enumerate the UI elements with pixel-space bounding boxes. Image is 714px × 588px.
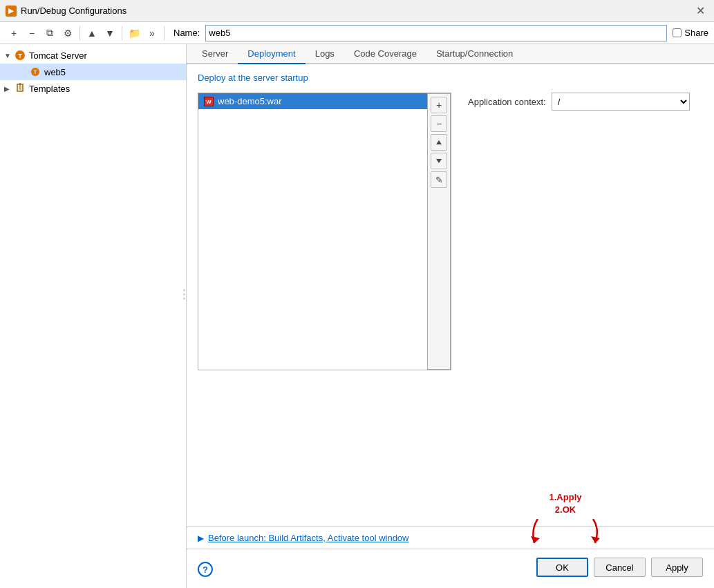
tree-item-web5[interactable]: T web5 [0,64,186,80]
tab-content-deployment: Deploy at the server startup W web- [187,64,714,527]
help-button[interactable]: ? [198,562,213,577]
before-launch-section: ▶ Before launch: Build Artifacts, Activa… [187,527,714,549]
svg-text:W: W [206,99,212,105]
deploy-list: W web-demo5:war [198,93,427,370]
list-remove-button[interactable]: − [431,115,447,132]
before-launch-arrow[interactable]: ▶ [198,533,204,543]
remove-config-button[interactable]: − [24,25,40,41]
main-content: ▼ T Tomcat Server T web5 ▶ [0,44,714,588]
bottom-bar: 1.Apply2.OK ? OK Cancel Apply [187,549,714,588]
title-bar-left: ▶ Run/Debug Configurations [6,6,126,17]
toolbar-separator-3 [164,26,165,40]
config-name-input[interactable] [205,25,667,41]
templates-expand-arrow: ▶ [4,85,14,93]
svg-text:T: T [34,70,37,75]
deploy-item-label: web-demo5:war [218,96,282,106]
tomcat-server-label: Tomcat Server [29,50,87,61]
left-panel: ▼ T Tomcat Server T web5 ▶ [0,44,187,588]
app-context-label: Application context: [468,97,546,107]
deploy-item-web-demo5[interactable]: W web-demo5:war [198,93,427,109]
apply-button[interactable]: Apply [651,558,703,577]
share-area: Share [673,28,708,38]
svg-marker-6 [436,140,442,144]
list-down-button[interactable] [431,153,447,169]
title-bar: ▶ Run/Debug Configurations ✕ [0,0,714,22]
move-up-button[interactable]: ▲ [84,25,100,41]
folder-button[interactable]: 📁 [126,25,142,41]
right-panel: Server Deployment Logs Code Coverage Sta… [187,44,714,588]
copy-config-button[interactable]: ⧉ [41,25,58,41]
name-label: Name: [173,28,200,38]
templates-icon [14,82,26,95]
list-edit-button[interactable]: ✎ [431,171,447,188]
app-context-select[interactable]: / /web-demo5 /app [552,93,690,111]
tab-server[interactable]: Server [192,44,238,64]
app-context-area: Application context: / /web-demo5 /app [468,93,703,111]
tree-item-templates[interactable]: ▶ Templates [0,80,186,97]
before-launch-inner: ▶ Before launch: Build Artifacts, Activa… [198,533,703,543]
app-icon: ▶ [6,6,17,17]
web5-icon: T [29,66,41,78]
templates-label: Templates [29,84,70,94]
tomcat-expand-arrow: ▼ [4,52,14,59]
context-pair: Application context: / /web-demo5 /app [468,93,703,111]
toolbar: + − ⧉ ⚙ ▲ ▼ 📁 » Name: Share [0,22,714,44]
cancel-button[interactable]: Cancel [594,558,646,577]
tab-startup-connection[interactable]: Startup/Connection [426,44,523,64]
settings-button[interactable]: ⚙ [59,25,76,41]
svg-text:T: T [18,53,22,59]
close-button[interactable]: ✕ [692,3,708,19]
artifact-icon: W [204,97,214,106]
svg-marker-7 [436,159,442,163]
tab-code-coverage[interactable]: Code Coverage [344,44,426,64]
more-button[interactable]: » [144,25,160,41]
share-label: Share [684,28,708,38]
list-side-buttons: + − ✎ [427,93,451,370]
tabs-bar: Server Deployment Logs Code Coverage Sta… [187,44,714,64]
move-down-button[interactable]: ▼ [102,25,118,41]
tomcat-icon: T [14,49,26,61]
tree-item-tomcat-server[interactable]: ▼ T Tomcat Server [0,47,186,64]
tab-deployment[interactable]: Deployment [238,44,305,64]
toolbar-separator-2 [122,26,122,40]
web5-label: web5 [44,67,66,77]
before-launch-text[interactable]: Before launch: Build Artifacts, Activate… [208,533,409,543]
list-add-button[interactable]: + [431,97,447,113]
deploy-section-label: Deploy at the server startup [198,73,703,83]
ok-button[interactable]: OK [536,558,588,577]
add-config-button[interactable]: + [6,25,22,41]
dialog-title: Run/Debug Configurations [21,6,126,16]
toolbar-separator-1 [79,26,80,40]
share-checkbox[interactable] [673,28,682,37]
deploy-list-container: W web-demo5:war + − [198,93,451,370]
tab-logs[interactable]: Logs [306,44,344,64]
list-up-button[interactable] [431,134,447,151]
deploy-row: W web-demo5:war + − [198,93,703,370]
resize-handle [183,289,185,299]
